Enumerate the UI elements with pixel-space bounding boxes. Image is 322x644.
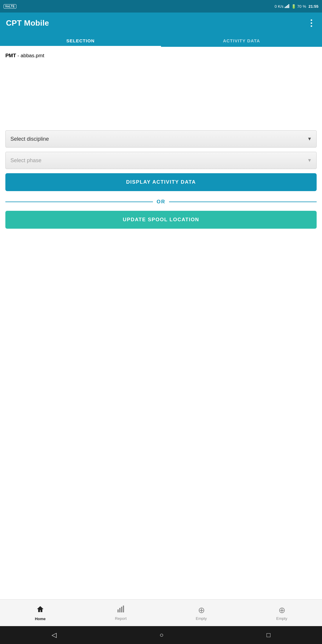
app-title: CPT Mobile	[6, 18, 49, 28]
display-activity-data-button[interactable]: DISPLAY ACTIVITY DATA	[5, 173, 317, 191]
time-display: 21:55	[309, 4, 318, 9]
home-button[interactable]: ○	[160, 631, 163, 639]
battery-icon: 🔋	[291, 4, 296, 9]
update-spool-location-button[interactable]: UPDATE SPOOL LOCATION	[5, 211, 317, 229]
svg-rect-4	[117, 609, 119, 612]
svg-rect-5	[119, 608, 120, 612]
status-bar: VoLTE 0 K/s 🔋 70% 21:55	[0, 0, 322, 13]
home-icon	[36, 605, 44, 615]
svg-rect-2	[287, 5, 288, 8]
nav-item-empty2[interactable]: ⊕ Empty	[242, 600, 322, 626]
or-divider: OR	[5, 199, 317, 205]
app-bar: CPT Mobile	[0, 13, 322, 33]
or-line-right	[169, 202, 317, 202]
nav-label-empty1: Empty	[196, 616, 207, 621]
svg-rect-7	[123, 606, 124, 612]
nav-item-home[interactable]: Home	[0, 600, 80, 626]
svg-rect-1	[286, 6, 287, 8]
phase-dropdown-wrapper: Select phase ▼	[5, 152, 317, 169]
volte-badge: VoLTE	[4, 4, 16, 9]
pmt-filename: abbas.pmt	[21, 53, 44, 58]
menu-dots-button[interactable]	[306, 19, 316, 27]
nav-item-report[interactable]: Report	[80, 600, 161, 626]
svg-rect-3	[288, 4, 289, 8]
or-text: OR	[157, 199, 165, 205]
signal-icon	[285, 4, 290, 9]
empty1-icon: ⊕	[198, 605, 205, 615]
network-speed: 0 K/s	[275, 4, 284, 9]
nav-item-empty1[interactable]: ⊕ Empty	[161, 600, 242, 626]
main-content: PMT - abbas.pmt Select discipline ▼ Sele…	[0, 47, 322, 599]
pmt-separator: -	[16, 53, 21, 58]
or-line-left	[5, 202, 153, 202]
phase-dropdown[interactable]: Select phase	[5, 152, 317, 169]
recent-button[interactable]: □	[267, 631, 270, 639]
nav-label-home: Home	[35, 617, 46, 621]
tab-bar: SELECTION ACTIVITY DATA	[0, 33, 322, 47]
tab-activity-data[interactable]: ACTIVITY DATA	[161, 33, 322, 47]
svg-rect-0	[285, 7, 286, 8]
report-icon	[117, 605, 125, 615]
empty2-icon: ⊕	[278, 605, 285, 615]
system-nav: ◁ ○ □	[0, 626, 322, 644]
nav-label-empty2: Empty	[276, 616, 287, 621]
nav-label-report: Report	[115, 616, 126, 621]
svg-rect-6	[121, 607, 122, 612]
discipline-dropdown-wrapper: Select discipline ▼	[5, 130, 317, 148]
back-button[interactable]: ◁	[52, 631, 57, 639]
tab-selection[interactable]: SELECTION	[0, 33, 161, 47]
pmt-info: PMT - abbas.pmt	[5, 53, 317, 59]
battery-level: 70	[297, 4, 301, 9]
discipline-dropdown[interactable]: Select discipline	[5, 130, 317, 148]
content-spacer	[5, 59, 317, 130]
pmt-prefix: PMT	[5, 53, 16, 58]
bottom-nav: Home Report ⊕ Empty ⊕ Empty	[0, 599, 322, 626]
